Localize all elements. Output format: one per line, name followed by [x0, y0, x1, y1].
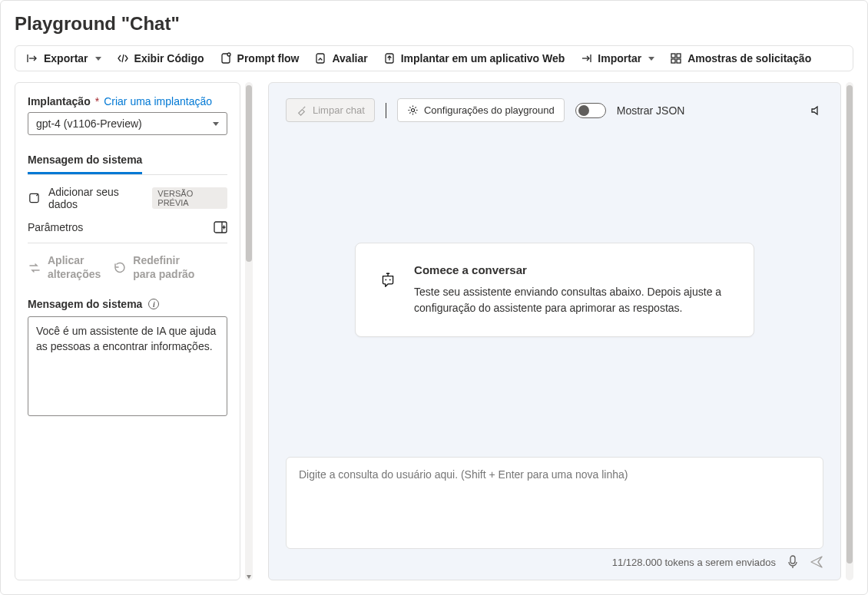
add-your-data-row[interactable]: Adicionar seus dados VERSÃO PRÉVIA [28, 186, 227, 210]
chevron-down-icon [213, 122, 219, 126]
left-scrollbar[interactable] [245, 82, 253, 580]
system-message-label: Mensagem do sistema [28, 298, 142, 310]
microphone-icon[interactable] [787, 555, 799, 569]
bot-icon [379, 263, 397, 297]
apply-changes-button: Aplicar alterações [28, 254, 101, 281]
user-input[interactable]: Digite a consulta do usuário aqui. (Shif… [286, 457, 823, 549]
show-json-toggle[interactable] [575, 103, 606, 118]
svg-rect-6 [671, 59, 675, 63]
show-json-label: Mostrar JSON [617, 104, 685, 117]
export-button[interactable]: Exportar [26, 52, 101, 64]
svg-rect-7 [677, 59, 681, 63]
export-label: Exportar [44, 52, 88, 64]
svg-point-1 [227, 53, 230, 56]
welcome-body: Teste seu assistente enviando consultas … [414, 284, 731, 316]
samples-button[interactable]: Amostras de solicitação [670, 52, 811, 64]
gear-icon [407, 104, 419, 116]
export-icon [26, 52, 38, 64]
deployment-select[interactable]: gpt-4 (v1106-Preview) [28, 112, 227, 135]
svg-rect-13 [790, 556, 795, 564]
deploy-web-label: Implantar em um aplicativo Web [401, 52, 565, 64]
speaker-icon [810, 104, 823, 117]
welcome-card: Comece a conversar Teste seu assistente … [355, 243, 754, 337]
broom-icon [296, 104, 307, 116]
settings-label: Configurações do playground [424, 104, 555, 116]
apply-icon [28, 261, 41, 275]
deployment-label: Implantação [28, 95, 91, 107]
playground-settings-button[interactable]: Configurações do playground [397, 98, 565, 122]
info-icon[interactable]: i [148, 299, 159, 309]
deploy-icon [383, 52, 396, 64]
speaker-button[interactable] [810, 104, 823, 117]
import-label: Importar [598, 52, 641, 64]
reset-default-button: Redefinir para padrão [113, 254, 194, 281]
vertical-divider [386, 103, 386, 118]
prompt-flow-button[interactable]: Prompt flow [220, 52, 300, 64]
clear-chat-button: Limpar chat [286, 98, 375, 122]
apply-line1: Aplicar [48, 254, 101, 268]
parameters-label: Parâmetros [28, 221, 83, 233]
main-toolbar: Exportar Exibir Código Prompt flow Avali… [15, 45, 853, 71]
token-counter: 11/128.000 tokens a serem enviados [612, 557, 776, 568]
welcome-title: Comece a conversar [414, 263, 731, 276]
svg-point-11 [385, 279, 386, 280]
code-icon [117, 52, 129, 64]
evaluate-label: Avaliar [332, 52, 367, 64]
reset-line2: para padrão [133, 268, 194, 282]
prompt-flow-label: Prompt flow [237, 52, 300, 64]
add-data-label: Adicionar seus dados [48, 186, 144, 210]
data-icon [28, 191, 41, 205]
reset-line1: Redefinir [133, 254, 194, 268]
deploy-web-button[interactable]: Implantar em um aplicativo Web [383, 52, 565, 64]
svg-rect-4 [671, 54, 675, 58]
parameters-row[interactable]: Parâmetros [28, 221, 227, 233]
preview-badge: VERSÃO PRÉVIA [152, 187, 227, 209]
reset-icon [113, 261, 127, 275]
required-indicator: * [95, 95, 99, 107]
config-panel: Implantação * Criar uma implantação gpt-… [15, 82, 240, 580]
svg-point-12 [389, 279, 391, 280]
samples-label: Amostras de solicitação [687, 52, 811, 64]
svg-point-10 [411, 108, 414, 111]
deployment-selected: gpt-4 (v1106-Preview) [36, 117, 142, 130]
create-deployment-link[interactable]: Criar uma implantação [104, 95, 212, 107]
import-icon [580, 52, 592, 64]
prompt-flow-icon [220, 52, 232, 64]
evaluate-icon [314, 52, 326, 64]
svg-rect-5 [677, 54, 681, 58]
evaluate-button[interactable]: Avaliar [314, 52, 367, 64]
system-message-textarea[interactable]: Você é um assistente de IA que ajuda as … [28, 316, 227, 416]
expand-panel-icon[interactable] [214, 221, 227, 233]
chevron-down-icon [95, 57, 101, 61]
apply-line2: alterações [48, 268, 101, 282]
tab-system-message[interactable]: Mensagem do sistema [28, 154, 142, 174]
import-button[interactable]: Importar [580, 52, 654, 64]
send-icon[interactable] [810, 555, 823, 569]
show-code-button[interactable]: Exibir Código [117, 52, 204, 64]
grid-icon [670, 52, 682, 64]
right-scrollbar[interactable] [846, 82, 853, 580]
show-code-label: Exibir Código [134, 52, 204, 64]
chat-panel: Limpar chat Configurações do playground … [268, 82, 841, 580]
clear-chat-label: Limpar chat [313, 104, 365, 116]
page-title: Playground "Chat" [15, 13, 853, 35]
chevron-down-icon [648, 57, 654, 61]
